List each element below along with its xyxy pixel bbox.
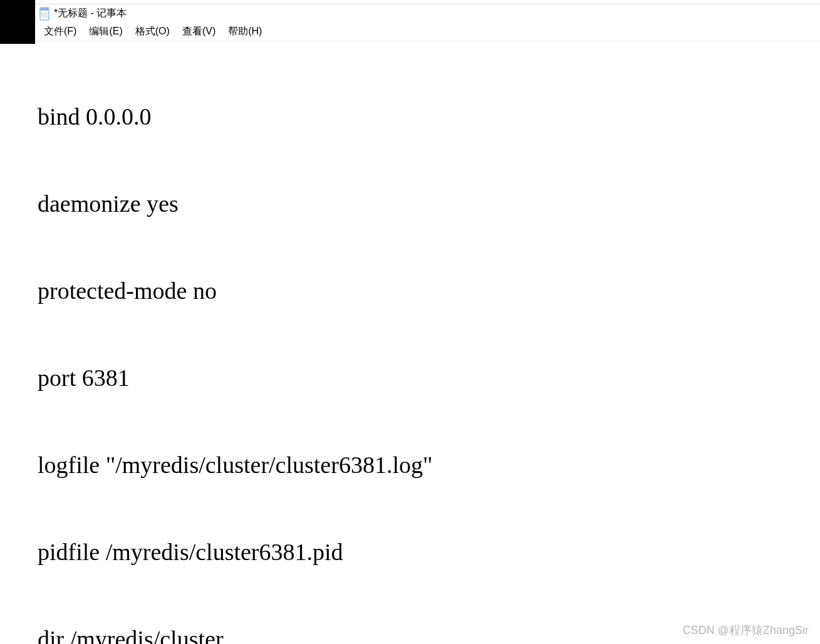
menu-bar: 文件(F) 编辑(E) 格式(O) 查看(V) 帮助(H) [35,23,820,41]
notepad-icon [39,7,50,21]
menu-help[interactable]: 帮助(H) [222,23,268,41]
svg-point-4 [46,8,48,9]
editor-line: daemonize yes [38,189,817,218]
editor-line: protected-mode no [38,276,817,305]
menu-edit[interactable]: 编辑(E) [83,23,128,41]
title-bar: *无标题 - 记事本 [35,4,820,23]
editor-line: port 6381 [38,363,817,392]
menu-file[interactable]: 文件(F) [38,23,83,41]
svg-point-3 [44,8,45,9]
svg-point-2 [41,8,43,9]
text-editor[interactable]: bind 0.0.0.0 daemonize yes protected-mod… [35,43,820,644]
left-border-bar [0,0,35,44]
menu-format[interactable]: 格式(O) [129,23,176,41]
watermark: CSDN @程序猿ZhangSir [683,623,809,638]
menu-view[interactable]: 查看(V) [176,23,222,41]
window-title: *无标题 - 记事本 [54,7,127,20]
editor-line: pidfile /myredis/cluster6381.pid [38,538,817,566]
editor-line: bind 0.0.0.0 [38,102,817,131]
editor-line: logfile "/myredis/cluster/cluster6381.lo… [38,450,817,479]
